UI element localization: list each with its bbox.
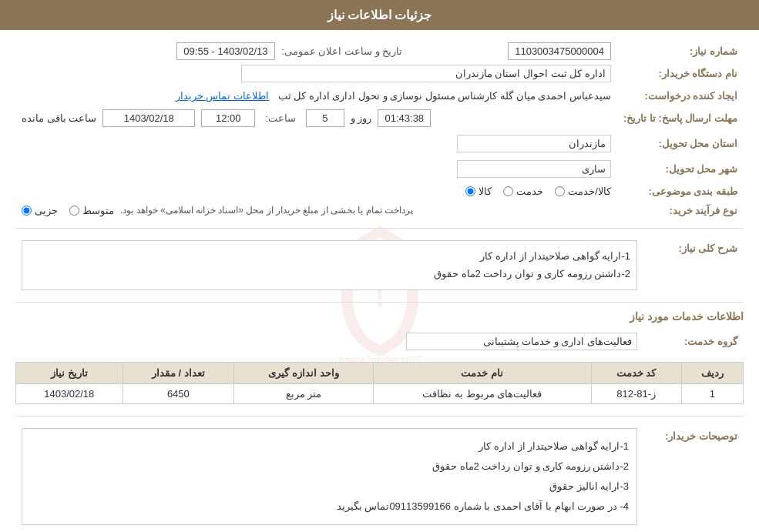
table-row: 1 ز-81-812 فعالیت‌های مربوط به نظافت متر… bbox=[16, 383, 744, 403]
response-days: 5 bbox=[306, 109, 344, 127]
col-date: تاریخ نیاز bbox=[16, 362, 123, 383]
category-option-kala-khedmat[interactable]: کالا/خدمت bbox=[555, 186, 611, 197]
page-title: جزئیات اطلاعات نیاز bbox=[327, 8, 432, 22]
remaining-suffix: ساعت باقی مانده bbox=[22, 112, 96, 124]
notes-line2: 2-داشتن رزومه کاری و توان رداخت 2ماه حقو… bbox=[30, 457, 629, 477]
announcement-label: تاریخ و ساعت اعلان عمومی: bbox=[281, 45, 402, 57]
category-option-khedmat[interactable]: خدمت bbox=[503, 186, 543, 197]
service-group-value: فعالیت‌های اداری و خدمات پشتیبانی bbox=[406, 333, 637, 350]
notes-line1: 1-ارایه گواهی صلاحیتدار از اداره کار bbox=[30, 437, 629, 457]
creator-value: سیدعباس احمدی میان گله کارشناس مسئول نوس… bbox=[278, 90, 611, 102]
purchase-type-jozi[interactable]: جزیی bbox=[22, 205, 58, 216]
general-desc-line2: 2-داشتن رزومه کاری و توان رداخت 2ماه حقو… bbox=[29, 265, 630, 283]
purchase-type-radio-group: متوسط جزیی bbox=[22, 205, 114, 216]
service-info-title: اطلاعات خدمات مورد نیاز bbox=[15, 310, 744, 323]
cell-code: ز-81-812 bbox=[591, 383, 681, 403]
notes-line4: 4- در صورت ابهام با آقای احمدی با شماره … bbox=[30, 497, 629, 517]
category-radio-group: کالا/خدمت خدمت کالا bbox=[465, 186, 611, 197]
service-table: ردیف کد خدمت نام خدمت واحد اندازه گیری ت… bbox=[15, 362, 744, 404]
cell-unit: متر مربع bbox=[234, 383, 374, 403]
contact-link[interactable]: اطلاعات تماس خریدار bbox=[176, 90, 269, 102]
general-desc-box: 1-ارایه گواهی صلاحیتدار از اداره کار 2-د… bbox=[22, 240, 637, 290]
service-info-section: اطلاعات خدمات مورد نیاز گروه خدمت: فعالی… bbox=[15, 310, 744, 404]
announcement-value: 1403/02/13 - 09:55 bbox=[176, 42, 274, 60]
radio-motavasset[interactable] bbox=[69, 206, 79, 216]
creator-label: ایجاد کننده درخواست: bbox=[617, 86, 744, 105]
purchase-type-label: نوع فرآیند خرید: bbox=[617, 201, 744, 220]
remaining-label: روز و bbox=[351, 112, 372, 124]
notes-line3: 3-ارایه انالیز حقوق bbox=[30, 477, 629, 497]
buyer-org-value: اداره کل ثبت احوال استان مازندران bbox=[241, 65, 611, 82]
col-row: ردیف bbox=[681, 362, 743, 383]
response-date: 1403/02/18 bbox=[102, 109, 195, 127]
col-quantity: تعداد / مقدار bbox=[123, 362, 234, 383]
category-label: طبقه بندی موضوعی: bbox=[617, 182, 744, 201]
cell-row: 1 bbox=[681, 383, 743, 403]
general-desc-line1: 1-ارایه گواهی صلاحیتدار از اداره کار bbox=[29, 247, 630, 265]
buyer-org-label: نام دستگاه خریدار: bbox=[617, 61, 744, 86]
radio-kala[interactable] bbox=[465, 186, 475, 196]
radio-motavasset-label: متوسط bbox=[82, 205, 114, 216]
page-header: جزئیات اطلاعات نیاز bbox=[0, 0, 759, 30]
response-deadline-label: مهلت ارسال پاسخ: تا تاریخ: bbox=[617, 105, 744, 131]
radio-khedmat[interactable] bbox=[503, 186, 513, 196]
radio-khedmat-label: خدمت bbox=[516, 186, 543, 197]
radio-jozi[interactable] bbox=[22, 206, 32, 216]
time-label: ساعت: bbox=[265, 112, 296, 124]
buyer-notes-box: 1-ارایه گواهی صلاحیتدار از اداره کار 2-د… bbox=[22, 428, 637, 525]
cell-name: فعالیت‌های مربوط به نظافت bbox=[373, 383, 591, 403]
need-number-value: 1103003475000004 bbox=[508, 42, 611, 60]
col-unit: واحد اندازه گیری bbox=[234, 362, 374, 383]
city-value: ساری bbox=[457, 160, 611, 178]
city-label: شهر محل تحویل: bbox=[617, 156, 744, 182]
response-time: 12:00 bbox=[201, 109, 255, 127]
province-value: مازندران bbox=[457, 135, 611, 152]
buyer-notes-label: توصیحات خریدار: bbox=[643, 424, 744, 529]
radio-kala-khedmat-label: کالا/خدمت bbox=[568, 186, 611, 197]
general-desc-label: شرح کلی نیاز: bbox=[643, 236, 744, 294]
cell-date: 1403/02/18 bbox=[16, 383, 123, 403]
category-option-kala[interactable]: کالا bbox=[465, 186, 492, 197]
radio-kala-label: کالا bbox=[479, 186, 492, 197]
purchase-type-motavasset[interactable]: متوسط bbox=[69, 205, 114, 216]
remaining-time: 01:43:38 bbox=[378, 109, 431, 127]
need-number-label: شماره نیاز: bbox=[617, 42, 744, 61]
purchase-type-note: پرداخت تمام یا بخشی از مبلغ خریدار از مح… bbox=[120, 205, 413, 216]
province-label: استان محل تحویل: bbox=[617, 131, 744, 156]
radio-jozi-label: جزیی bbox=[35, 205, 58, 216]
col-name: نام خدمت bbox=[373, 362, 591, 383]
col-code: کد خدمت bbox=[591, 362, 681, 383]
cell-quantity: 6450 bbox=[123, 383, 234, 403]
service-group-label: گروه خدمت: bbox=[643, 329, 744, 354]
radio-kala-khedmat[interactable] bbox=[555, 186, 565, 196]
